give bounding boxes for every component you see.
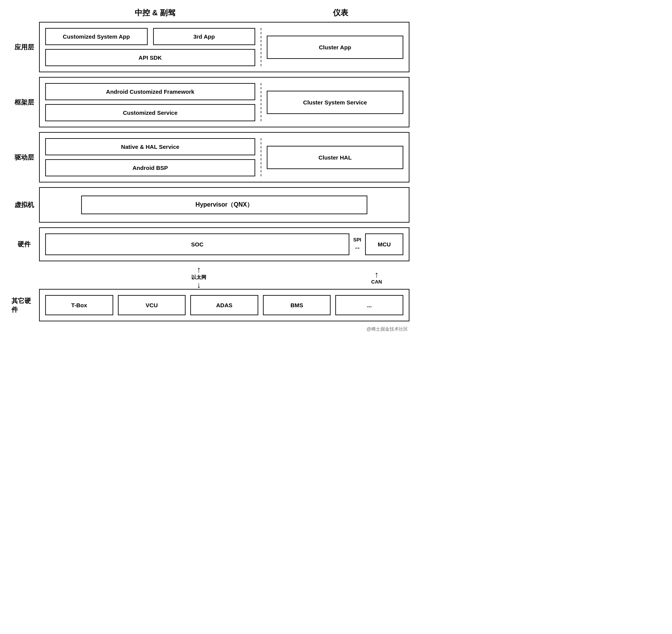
android-bsp-box: Android BSP: [45, 159, 255, 176]
framework-layer-content: Android Customized Framework Customized …: [39, 77, 409, 127]
ethernet-down-arrow: ↓: [197, 281, 201, 289]
framework-col-left: Android Customized Framework Customized …: [45, 83, 261, 121]
spi-label: SPI: [353, 237, 361, 243]
watermark: @稀土掘金技术社区: [11, 326, 408, 332]
hardware-layer-label: 硬件: [11, 227, 39, 261]
cluster-system-service-box: Cluster System Service: [267, 91, 403, 114]
header-left: 中控 & 副驾: [42, 8, 268, 18]
can-arrow-group: ↑ CAN: [371, 271, 382, 285]
customized-system-app-box: Customized System App: [45, 28, 148, 45]
other-hw-layer-row: 其它硬件 T-Box VCU ADAS BMS ...: [11, 289, 409, 321]
driver-layer-content: Native & HAL Service Android BSP Cluster…: [39, 132, 409, 183]
app-col-left: Customized System App 3rd App API SDK: [45, 28, 261, 66]
can-label: CAN: [371, 279, 382, 285]
customized-service-box: Customized Service: [45, 104, 255, 121]
adas-box: ADAS: [190, 295, 258, 315]
app-layer-content: Customized System App 3rd App API SDK Cl…: [39, 22, 409, 72]
tbox-box: T-Box: [45, 295, 113, 315]
soc-box: SOC: [45, 233, 349, 255]
vm-layer-label: 虚拟机: [11, 187, 39, 223]
native-hal-service-box: Native & HAL Service: [45, 138, 255, 155]
ethernet-up-arrow: ↑: [197, 266, 201, 274]
vcu-box: VCU: [118, 295, 186, 315]
app-col-right: Cluster App: [261, 28, 403, 66]
ethernet-arrow-group: ↑ 以太网 ↓: [191, 266, 206, 289]
spi-arrow: ↔: [354, 244, 361, 252]
vm-layer-row: 虚拟机 Hypervisor（QNX）: [11, 187, 409, 223]
cluster-app-box: Cluster App: [267, 36, 403, 59]
android-customized-framework-box: Android Customized Framework: [45, 83, 255, 100]
bms-box: BMS: [263, 295, 331, 315]
hypervisor-box: Hypervisor（QNX）: [81, 196, 368, 214]
framework-layer-row: 框架层 Android Customized Framework Customi…: [11, 77, 409, 127]
ellipsis-box: ...: [335, 295, 403, 315]
other-hw-layer-content: T-Box VCU ADAS BMS ...: [39, 289, 409, 321]
hardware-layer-content: SOC SPI ↔ MCU: [39, 227, 409, 261]
cluster-hal-box: Cluster HAL: [267, 146, 403, 169]
mcu-box: MCU: [365, 233, 403, 255]
header-right: 仪表: [272, 8, 409, 18]
other-hw-layer-label: 其它硬件: [11, 289, 39, 321]
framework-layer-label: 框架层: [11, 77, 39, 127]
driver-col-right: Cluster HAL: [261, 138, 403, 176]
spi-mcu-block: SPI ↔: [353, 237, 361, 252]
driver-col-left: Native & HAL Service Android BSP: [45, 138, 261, 176]
app-top-row: Customized System App 3rd App: [45, 28, 255, 45]
app-layer-row: 应用层 Customized System App 3rd App API SD…: [11, 22, 409, 72]
framework-col-right: Cluster System Service: [261, 83, 403, 121]
api-sdk-box: API SDK: [45, 49, 255, 66]
can-up-arrow: ↑: [375, 271, 379, 279]
vm-layer-content: Hypervisor（QNX）: [39, 187, 409, 223]
third-app-box: 3rd App: [153, 28, 256, 45]
arrows-row: ↑ 以太网 ↓ ↑ CAN: [42, 266, 409, 289]
driver-layer-label: 驱动层: [11, 132, 39, 183]
hardware-layer-row: 硬件 SOC SPI ↔ MCU: [11, 227, 409, 261]
driver-layer-row: 驱动层 Native & HAL Service Android BSP Clu…: [11, 132, 409, 183]
app-layer-label: 应用层: [11, 22, 39, 72]
